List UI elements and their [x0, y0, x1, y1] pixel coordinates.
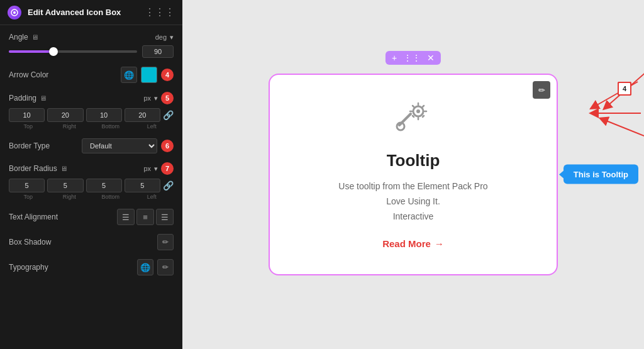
border-type-select[interactable]: Default — [82, 138, 157, 153]
link-icon-br[interactable]: 🔗 — [163, 180, 174, 191]
badge-7: 7 — [161, 162, 174, 175]
widget-description: Use tooltip from the Element Pack Pro Lo… — [338, 179, 487, 224]
svg-point-4 — [416, 109, 420, 113]
bottom-label: Bottom — [91, 123, 130, 130]
widget-toolbar: + ⋮⋮ ✕ — [386, 51, 441, 65]
widget-toolbar-inner: + ⋮⋮ ✕ — [386, 51, 441, 65]
angle-input[interactable] — [142, 45, 174, 58]
right-label: Right — [50, 123, 89, 130]
br-left-input[interactable] — [125, 179, 160, 192]
widget-wrapper: + ⋮⋮ ✕ ✏ — [269, 74, 558, 275]
toolbar-drag-btn[interactable]: ⋮⋮ — [403, 53, 421, 62]
border-type-label: Border Type — [9, 141, 50, 150]
border-radius-control: Border Radius 🖥 px ▾ 7 🔗 Top Right — [9, 162, 174, 200]
padding-labels: Top Right Bottom Left — [9, 123, 174, 130]
typography-label: Typography — [9, 263, 48, 272]
badge-6: 6 — [161, 140, 174, 152]
toolbar-add-btn[interactable]: + — [392, 53, 397, 62]
dropdown-chevron-padding[interactable]: ▾ — [154, 94, 158, 102]
svg-line-11 — [423, 106, 424, 107]
align-buttons: ☰ ≡ ☰ — [117, 209, 174, 225]
read-more-link[interactable]: Read More → — [382, 238, 444, 249]
angle-slider-track[interactable] — [9, 50, 137, 53]
left-label: Left — [133, 123, 172, 130]
br-bottom-input[interactable] — [86, 179, 122, 192]
grid-icon[interactable]: ⋮⋮⋮ — [145, 6, 175, 18]
angle-unit: deg — [155, 33, 167, 41]
arrow-color-row: Arrow Color 🌐 4 — [9, 67, 174, 83]
br-right-input[interactable] — [47, 179, 83, 192]
annotation-badge-4: 4 — [618, 82, 631, 96]
angle-label: Angle 🖥 — [9, 33, 38, 42]
svg-line-16 — [603, 119, 644, 138]
badge-4: 4 — [161, 69, 174, 81]
panel-title: Edit Advanced Icon Box — [28, 8, 138, 17]
align-right-btn[interactable]: ☰ — [156, 209, 174, 225]
align-left-btn[interactable]: ☰ — [117, 209, 135, 225]
padding-control: Padding 🖥 px ▾ 5 🔗 Top Right Bottom — [9, 92, 174, 130]
arrow-color-label: Arrow Color — [9, 70, 48, 79]
widget-title: Tooltip — [387, 151, 440, 170]
padding-top-input[interactable] — [9, 108, 45, 122]
text-align-row: Text Alignment ☰ ≡ ☰ — [9, 209, 174, 225]
angle-slider-container — [9, 45, 174, 58]
padding-unit: px — [143, 94, 151, 102]
globe-button[interactable]: 🌐 — [121, 67, 137, 83]
panel-body: Angle 🖥 deg ▾ Arrow Color 🌐 — [0, 25, 182, 349]
typography-globe-btn[interactable]: 🌐 — [137, 259, 153, 275]
padding-label: Padding 🖥 — [9, 94, 47, 102]
typography-edit-btn[interactable]: ✏ — [157, 259, 174, 275]
dropdown-chevron[interactable]: ▾ — [170, 33, 174, 42]
angle-slider-thumb[interactable] — [49, 47, 58, 56]
border-radius-label: Border Radius 🖥 — [9, 164, 67, 173]
widget-box: ✏ — [269, 74, 558, 275]
text-align-label: Text Alignment — [9, 213, 58, 221]
toolbar-close-btn[interactable]: ✕ — [427, 53, 435, 62]
padding-bottom-input[interactable] — [86, 108, 122, 122]
svg-line-10 — [423, 116, 424, 117]
monitor-icon-padding: 🖥 — [40, 94, 47, 102]
widget-icon — [394, 100, 432, 140]
tooltip-bubble: This is Tooltip — [564, 165, 638, 184]
box-shadow-label: Box Shadow — [9, 238, 51, 247]
br-bottom-label: Bottom — [91, 194, 130, 200]
br-right-label: Right — [50, 194, 89, 200]
svg-line-12 — [413, 116, 414, 117]
svg-point-1 — [13, 11, 16, 14]
angle-control: Angle 🖥 deg ▾ — [9, 33, 174, 58]
br-unit: px — [143, 165, 151, 172]
typography-controls: 🌐 ✏ — [137, 259, 174, 275]
br-top-label: Top — [9, 194, 48, 200]
monitor-icon-br: 🖥 — [60, 165, 67, 172]
box-shadow-edit-btn[interactable]: ✏ — [157, 234, 174, 250]
logo-icon — [8, 6, 21, 19]
border-radius-unit-row: px ▾ 7 — [143, 162, 174, 175]
br-labels: Top Right Bottom Left — [9, 194, 174, 200]
link-icon-padding[interactable]: 🔗 — [163, 110, 174, 120]
padding-quad: 🔗 — [9, 108, 174, 122]
badge-5: 5 — [161, 92, 174, 104]
angle-unit-row: deg ▾ — [155, 33, 174, 42]
padding-left-input[interactable] — [125, 108, 160, 122]
br-left-label: Left — [133, 194, 172, 200]
align-center-btn[interactable]: ≡ — [136, 209, 154, 225]
widget-edit-icon[interactable]: ✏ — [533, 81, 550, 99]
top-label: Top — [9, 123, 48, 130]
box-shadow-row: Box Shadow ✏ — [9, 234, 174, 250]
arrow-color-controls: 🌐 4 — [121, 67, 174, 83]
dropdown-chevron-br[interactable]: ▾ — [154, 165, 158, 173]
left-panel: Edit Advanced Icon Box ⋮⋮⋮ Angle 🖥 deg ▾ — [0, 0, 182, 349]
color-swatch[interactable] — [141, 67, 157, 83]
main-area: + ⋮⋮ ✕ ✏ — [182, 0, 644, 349]
border-type-row: Border Type Default 6 — [9, 138, 174, 153]
br-top-input[interactable] — [9, 179, 45, 192]
padding-unit-row: px ▾ 5 — [143, 92, 174, 104]
padding-right-input[interactable] — [47, 108, 83, 122]
panel-header: Edit Advanced Icon Box ⋮⋮⋮ — [0, 0, 182, 25]
angle-slider-fill — [9, 50, 53, 53]
border-radius-quad: 🔗 — [9, 179, 174, 192]
monitor-icon: 🖥 — [31, 33, 38, 41]
svg-line-9 — [413, 106, 414, 107]
typography-row: Typography 🌐 ✏ — [9, 259, 174, 275]
